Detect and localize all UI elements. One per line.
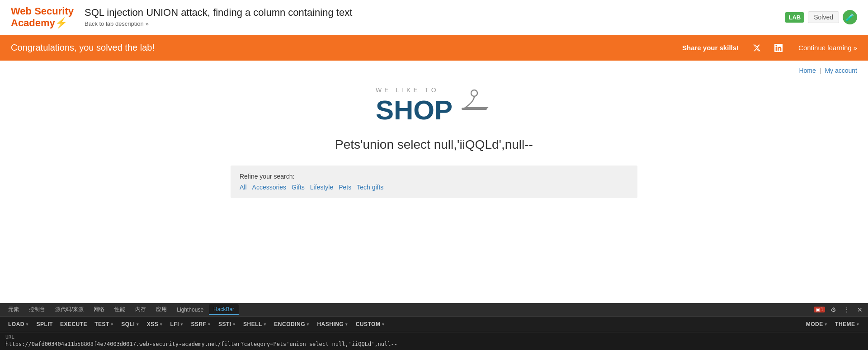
lab-title: SQL injection UNION attack, finding a co…: [85, 7, 774, 19]
refine-all[interactable]: All: [240, 184, 247, 191]
refine-label: Refine your search:: [240, 173, 628, 180]
refine-lifestyle[interactable]: Lifestyle: [310, 184, 333, 191]
refine-accessories[interactable]: Accessories: [252, 184, 286, 191]
shop-logo-text: WE LIKE TO SHOP: [376, 87, 453, 124]
logo-text-line1: Web Security: [11, 5, 74, 17]
nav-separator: |: [820, 67, 821, 74]
shop-logo-area: WE LIKE TO SHOP: [0, 78, 868, 128]
congratulations-banner: Congratulations, you solved the lab! Sha…: [0, 35, 868, 61]
svg-point-0: [471, 90, 477, 96]
hanger-icon: [456, 89, 492, 124]
lab-badge: LAB: [785, 12, 804, 23]
linkedin-icon[interactable]: [772, 42, 785, 54]
refine-section: Refine your search: All Accessories Gift…: [231, 166, 637, 198]
search-result-text: Pets'union select null,'iiQQLd',null--: [0, 128, 868, 166]
lab-title-section: SQL injection UNION attack, finding a co…: [85, 7, 774, 28]
banner-message: Congratulations, you solved the lab!: [11, 43, 675, 53]
continue-learning-link[interactable]: Continue learning »: [798, 44, 857, 52]
nav-links: Home | My account: [0, 61, 868, 78]
logo: Web Security Academy⚡: [11, 5, 74, 29]
my-account-link[interactable]: My account: [825, 67, 857, 74]
svg-rect-1: [462, 108, 487, 110]
main-content: Home | My account WE LIKE TO SHOP Pets'u…: [0, 61, 868, 205]
shop-word: SHOP: [376, 97, 453, 124]
refine-gifts[interactable]: Gifts: [292, 184, 305, 191]
shop-logo: WE LIKE TO SHOP: [376, 87, 492, 124]
we-like-to: WE LIKE TO: [376, 87, 453, 93]
twitter-icon[interactable]: [750, 42, 763, 54]
page-header: Web Security Academy⚡ SQL injection UNIO…: [0, 0, 868, 35]
back-to-lab-link[interactable]: Back to lab description »: [85, 20, 149, 27]
refine-links: All Accessories Gifts Lifestyle Pets Tec…: [240, 184, 628, 191]
refine-tech-gifts[interactable]: Tech gifts: [357, 184, 383, 191]
lab-status: LAB Solved 🧪: [785, 10, 857, 24]
solved-label: Solved: [808, 11, 839, 23]
share-label: Share your skills!: [682, 44, 739, 52]
flask-icon: 🧪: [843, 10, 857, 24]
logo-text-line2: Academy⚡: [11, 17, 74, 29]
home-link[interactable]: Home: [799, 67, 816, 74]
refine-pets[interactable]: Pets: [339, 184, 351, 191]
